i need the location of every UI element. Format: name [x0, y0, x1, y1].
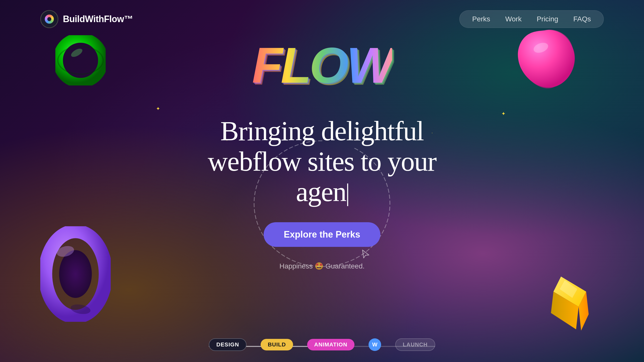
stage-build: BUILD: [261, 339, 293, 350]
svg-point-2: [70, 47, 84, 59]
sparkle-4: ·: [432, 131, 433, 135]
yellow-cube-object: [528, 272, 594, 337]
purple-torus-object: [40, 226, 111, 322]
sparkle-1: ✦: [156, 106, 160, 112]
nav-work[interactable]: Work: [505, 15, 522, 23]
svg-point-0: [58, 38, 103, 83]
flow-text-main: FLOW: [252, 37, 392, 93]
nav-perks[interactable]: Perks: [472, 15, 490, 23]
svg-point-5: [59, 250, 92, 298]
stage-launch: LAUNCH: [395, 338, 435, 351]
flow-text-wrapper: FLOW FLOW FLOW: [252, 40, 392, 90]
cursor-blink: [347, 184, 348, 206]
cta-container: Explore the Perks: [171, 222, 473, 254]
flow-logo-container: FLOW FLOW FLOW: [252, 40, 392, 90]
hero-title-line1: Bringing delightful: [220, 116, 424, 146]
hero-title-line3: agen: [296, 176, 346, 207]
navbar: BuildWithFlow™ Perks Work Pricing FAQs: [0, 10, 644, 28]
stage-design: DESIGN: [209, 338, 247, 351]
nav-menu: Perks Work Pricing FAQs: [459, 10, 604, 28]
hero-title-line2: webflow sites to your: [208, 146, 436, 177]
explore-perks-button[interactable]: Explore the Perks: [264, 222, 380, 247]
stage-animation: ANIMATION: [307, 339, 354, 350]
nav-pricing[interactable]: Pricing: [537, 15, 558, 23]
progress-stages: DESIGN BUILD ANIMATION W LAUNCH: [209, 338, 435, 351]
happiness-text: Happiness 🤩 Guaranteed.: [171, 262, 473, 270]
green-torus-object: [55, 35, 106, 85]
flow-logo: FLOW FLOW FLOW: [252, 40, 392, 90]
sparkle-3: ·: [226, 138, 227, 143]
brand-name: BuildWithFlow™: [63, 14, 133, 24]
stage-w: W: [369, 338, 381, 351]
logo-icon: [40, 10, 58, 28]
nav-faqs[interactable]: FAQs: [573, 15, 591, 23]
pink-blob-object: [513, 25, 579, 96]
sparkle-2: ✦: [501, 111, 506, 117]
logo-container: BuildWithFlow™: [40, 10, 133, 28]
hero-title: Bringing delightful webflow sites to you…: [171, 116, 473, 207]
hero-section: Bringing delightful webflow sites to you…: [171, 71, 473, 270]
